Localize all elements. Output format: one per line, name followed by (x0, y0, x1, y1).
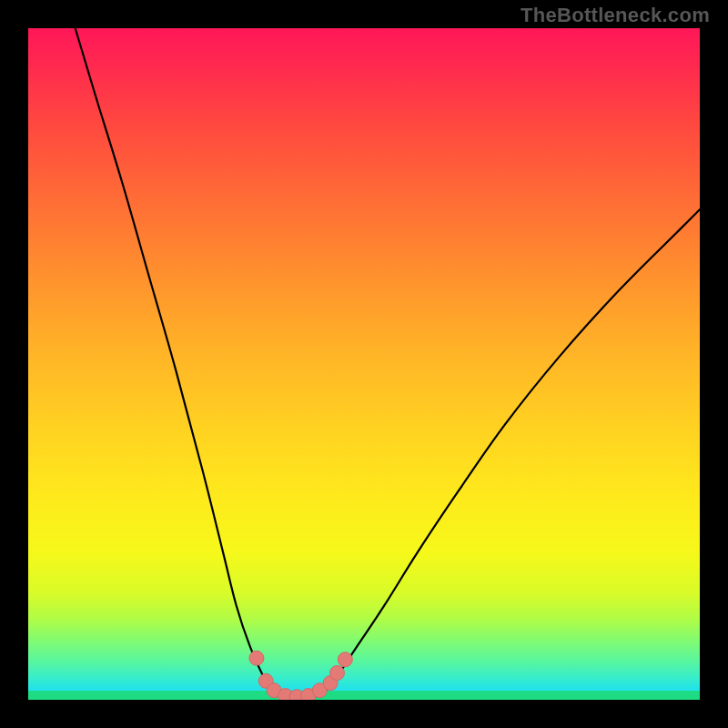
marker-dot (249, 651, 264, 665)
marker-dot (329, 665, 344, 680)
watermark-text: TheBottleneck.com (521, 4, 710, 27)
valley-markers (249, 651, 352, 700)
curve-layer (28, 28, 700, 700)
marker-dot (338, 652, 352, 667)
plot-area (28, 28, 700, 700)
frame: TheBottleneck.com (0, 0, 728, 728)
bottleneck-curve (76, 28, 700, 699)
